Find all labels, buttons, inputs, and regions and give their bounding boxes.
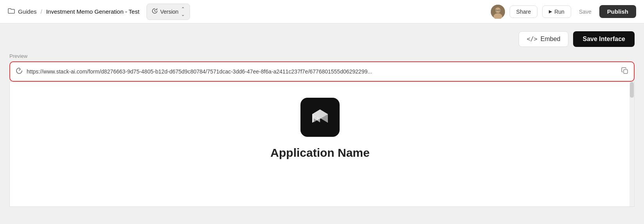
breadcrumb-separator: / <box>41 8 42 15</box>
embed-button[interactable]: </> Embed <box>519 31 569 47</box>
save-button[interactable]: Save <box>576 6 595 18</box>
play-icon: ▶ <box>549 9 552 14</box>
embed-code-icon: </> <box>527 36 537 43</box>
version-history-icon <box>152 8 158 15</box>
preview-content-wrapper: Application Name <box>9 82 635 207</box>
action-bar: </> Embed Save Interface <box>9 31 635 47</box>
topbar: Guides / Investment Memo Generation - Te… <box>0 0 644 23</box>
version-label: Version <box>160 9 179 15</box>
copy-icon[interactable] <box>621 67 628 76</box>
scrollbar-thumb <box>630 82 634 98</box>
preview-url: https://www.stack-ai.com/form/d8276663-9… <box>27 68 617 75</box>
scrollbar-track[interactable] <box>630 82 634 206</box>
breadcrumb-home[interactable]: Guides <box>18 8 37 15</box>
embed-label: Embed <box>541 36 561 43</box>
app-logo <box>300 98 340 137</box>
topbar-right: Share ▶ Run Save Publish <box>491 5 636 19</box>
run-label: Run <box>554 9 564 15</box>
share-label: Share <box>516 9 531 15</box>
breadcrumb-current: Investment Memo Generation - Test <box>46 8 139 15</box>
topbar-left: Guides / Investment Memo Generation - Te… <box>8 4 488 20</box>
folder-icon <box>8 8 15 16</box>
svg-point-1 <box>495 7 501 13</box>
run-button[interactable]: ▶ Run <box>542 5 571 18</box>
preview-inner: Application Name <box>10 82 634 203</box>
refresh-icon[interactable] <box>16 67 23 76</box>
main-content: </> Embed Save Interface Preview https:/… <box>0 23 644 224</box>
avatar <box>491 5 505 19</box>
save-interface-button[interactable]: Save Interface <box>573 31 635 47</box>
svg-rect-6 <box>624 70 628 73</box>
preview-label: Preview <box>9 53 635 59</box>
share-button[interactable]: Share <box>510 5 537 18</box>
app-name: Application Name <box>270 146 369 159</box>
publish-button[interactable]: Publish <box>599 5 636 18</box>
url-bar: https://www.stack-ai.com/form/d8276663-9… <box>9 61 635 82</box>
chevron-updown-icon: ⌃⌄ <box>181 6 185 17</box>
version-button[interactable]: Version ⌃⌄ <box>147 4 190 20</box>
